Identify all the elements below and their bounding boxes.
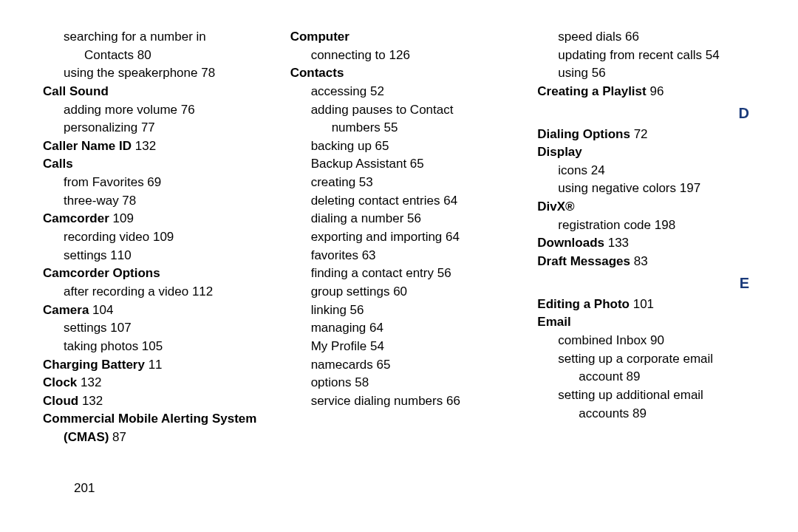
index-term: Downloads 133: [537, 234, 755, 253]
index-subentry: taking photos 105: [43, 338, 261, 356]
index-subentry: after recording a video 112: [43, 283, 261, 301]
index-term: Draft Messages 83: [537, 253, 755, 271]
index-subentry: account 89: [537, 368, 755, 386]
index-subentry: Backup Assistant 65: [290, 155, 508, 174]
index-subentry: deleting contact entries 64: [290, 192, 508, 211]
index-subentry: settings 110: [43, 247, 261, 265]
index-subentry: dialing a number 56: [290, 210, 508, 228]
index-term: Charging Battery 11: [43, 356, 261, 375]
index-term: Computer: [290, 28, 508, 47]
index-subentry: setting up a corporate email: [537, 350, 755, 369]
index-subentry: Contacts 80: [43, 47, 261, 65]
index-term: Camcorder 109: [43, 210, 261, 228]
index-term: Cloud 132: [43, 392, 261, 411]
index-term: DivX®: [537, 198, 755, 216]
index-term: Camcorder Options: [43, 265, 261, 283]
index-col-3: speed dials 66updating from recent calls…: [537, 28, 755, 423]
index-term: Commercial Mobile Alerting System: [43, 410, 261, 429]
index-subentry: adding pauses to Contact: [290, 101, 508, 120]
index-subentry: linking 56: [290, 301, 508, 320]
index-term: Camera 104: [43, 301, 261, 320]
index-term: Call Sound: [43, 83, 261, 101]
index-subentry: options 58: [290, 374, 508, 392]
index-subentry: using negative colors 197: [537, 180, 755, 198]
index-subentry: favorites 63: [290, 247, 508, 265]
index-columns: searching for a number in Contacts 80usi…: [43, 28, 755, 457]
index-term: Creating a Playlist 96: [537, 83, 755, 101]
index-subentry: three-way 78: [43, 192, 261, 211]
index-section-letter-e: E: [537, 273, 755, 294]
index-subentry: connecting to 126: [290, 47, 508, 65]
index-subentry: backing up 65: [290, 137, 508, 156]
page-number: 201: [74, 480, 95, 498]
index-subentry: personalizing 77: [43, 119, 261, 137]
index-subentry: settings 107: [43, 319, 261, 338]
index-term: Caller Name ID 132: [43, 137, 261, 156]
index-subentry: creating 53: [290, 174, 508, 192]
index-col-2: Computerconnecting to 126Contactsaccessi…: [290, 28, 508, 410]
index-subentry: from Favorites 69: [43, 174, 261, 192]
index-term: Editing a Photo 101: [537, 296, 755, 314]
index-subentry: service dialing numbers 66: [290, 392, 508, 411]
index-subentry: searching for a number in: [43, 28, 261, 47]
index-term: Calls: [43, 155, 261, 174]
index-subentry: updating from recent calls 54: [537, 47, 755, 65]
index-section-letter-d: D: [537, 103, 755, 124]
index-subentry: registration code 198: [537, 216, 755, 235]
index-subentry: accounts 89: [537, 405, 755, 423]
index-subentry: combined Inbox 90: [537, 332, 755, 350]
index-term: Email: [537, 313, 755, 332]
index-subentry: setting up additional email: [537, 386, 755, 405]
index-subentry: group settings 60: [290, 283, 508, 301]
index-subentry: using the speakerphone 78: [43, 64, 261, 83]
index-subentry: My Profile 54: [290, 338, 508, 356]
index-subentry: speed dials 66: [537, 28, 755, 47]
index-col-1: searching for a number in Contacts 80usi…: [43, 28, 261, 447]
index-term: Display: [537, 143, 755, 162]
index-subentry: recording video 109: [43, 228, 261, 247]
index-subentry: managing 64: [290, 319, 508, 338]
index-subentry: finding a contact entry 56: [290, 265, 508, 283]
index-subentry: accessing 52: [290, 83, 508, 101]
index-subentry: numbers 55: [290, 119, 508, 137]
index-subentry: (CMAS) 87: [43, 429, 261, 447]
index-subentry: adding more volume 76: [43, 101, 261, 120]
index-term: Dialing Options 72: [537, 126, 755, 144]
index-subentry: exporting and importing 64: [290, 228, 508, 247]
index-term: Clock 132: [43, 374, 261, 392]
index-subentry: namecards 65: [290, 356, 508, 375]
index-term: Contacts: [290, 64, 508, 83]
index-subentry: using 56: [537, 64, 755, 83]
index-subentry: icons 24: [537, 162, 755, 180]
